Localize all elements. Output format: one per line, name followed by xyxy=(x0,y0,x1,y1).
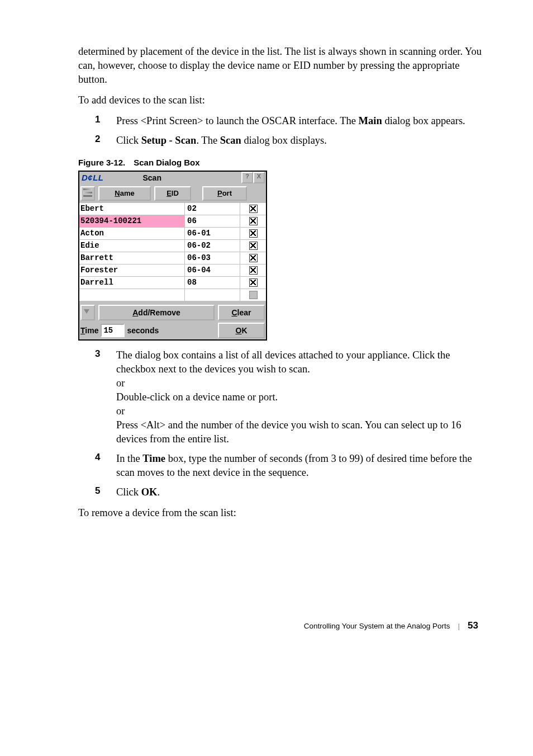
s3c: Double-click on a device name or port. xyxy=(116,390,483,404)
cell-port: 08 xyxy=(185,277,240,289)
cell-port: 06-01 xyxy=(185,228,240,239)
col-eid-t: ID xyxy=(172,189,179,197)
time-t: ime xyxy=(85,326,98,335)
footer-text: Controlling Your System at the Analog Po… xyxy=(304,622,450,630)
step2-a: Click xyxy=(116,135,141,146)
cell-check xyxy=(240,217,266,225)
step1-b: Main xyxy=(359,115,382,126)
table-row[interactable]: Edie06-02 xyxy=(79,240,266,252)
cell-check xyxy=(240,266,266,275)
s3a: The dialog box contains a list of all de… xyxy=(116,348,483,376)
cell-name: Acton xyxy=(79,228,185,239)
table-row[interactable]: Barrett06-03 xyxy=(79,252,266,264)
dialog-title: Scan xyxy=(143,173,161,182)
clear-t: lear xyxy=(237,308,251,317)
cell-port xyxy=(185,289,240,301)
cell-check xyxy=(240,254,266,262)
cell-port: 06-03 xyxy=(185,252,240,264)
table-row[interactable]: Acton06-01 xyxy=(79,228,266,240)
checkbox[interactable] xyxy=(249,266,258,275)
step-text-4: In the Time box, type the number of seco… xyxy=(116,452,483,480)
scroll-down-icon[interactable] xyxy=(80,305,95,320)
s4a: In the xyxy=(116,453,142,464)
dell-logo: D¢LL xyxy=(82,173,104,182)
step2-d: Scan xyxy=(220,135,241,146)
col-port-u: P xyxy=(217,189,222,197)
step-text-5: Click OK. xyxy=(116,485,160,499)
para-intro: determined by placement of the device in… xyxy=(78,45,483,87)
step2-c: . The xyxy=(196,135,220,146)
column-name-button[interactable]: Name xyxy=(98,186,151,201)
clear-button[interactable]: Clear xyxy=(218,305,265,320)
col-name-t: ame xyxy=(120,189,135,197)
step-num-4: 4 xyxy=(78,452,116,480)
cell-check xyxy=(240,205,266,213)
steps-add: 1 Press <Print Screen> to launch the OSC… xyxy=(78,114,483,148)
scan-dialog: D¢LL Scan ? X Name EID Port Ebert0252039… xyxy=(78,171,267,341)
ok-t: K xyxy=(241,326,247,335)
checkbox[interactable] xyxy=(249,254,258,262)
titlebar: D¢LL Scan ? X xyxy=(79,172,266,184)
table-row[interactable]: 520394-10022106 xyxy=(79,215,266,228)
step-num-3: 3 xyxy=(78,348,116,446)
cell-port: 06-02 xyxy=(185,240,240,252)
cell-check xyxy=(240,278,266,287)
col-eid-u: E xyxy=(166,189,172,197)
column-port-button[interactable]: Port xyxy=(202,186,247,201)
s3e: Press <Alt> and the number of the device… xyxy=(116,418,483,446)
addremove-t: dd/Remove xyxy=(138,308,180,317)
cell-name: Ebert xyxy=(79,203,185,215)
time-input[interactable]: 15 xyxy=(101,324,125,337)
col-port-t: ort xyxy=(222,189,232,197)
s3d: or xyxy=(116,404,483,418)
time-label: Time xyxy=(80,326,98,335)
cell-port: 06 xyxy=(185,215,240,227)
cell-name: Forester xyxy=(79,264,185,276)
step2-e: dialog box displays. xyxy=(241,135,327,146)
checkbox[interactable] xyxy=(249,278,258,287)
s3b: or xyxy=(116,376,483,390)
s5b: OK xyxy=(141,486,158,498)
figure-caption: Figure 3-12. Scan Dialog Box xyxy=(78,158,483,167)
add-remove-button[interactable]: Add/Remove xyxy=(98,305,215,320)
s4b: Time xyxy=(142,453,165,464)
checkbox[interactable] xyxy=(249,242,258,250)
step-text-2: Click Setup - Scan. The Scan dialog box … xyxy=(116,134,327,148)
table-row[interactable] xyxy=(79,289,266,301)
page-footer: Controlling Your System at the Analog Po… xyxy=(78,620,483,631)
help-icon[interactable]: ? xyxy=(241,172,253,183)
table-row[interactable]: Forester06-04 xyxy=(79,264,266,277)
s5c: . xyxy=(158,486,160,498)
table-row[interactable]: Ebert02 xyxy=(79,203,266,215)
close-icon[interactable]: X xyxy=(253,172,265,183)
device-list: Ebert02520394-10022106Acton06-01Edie06-0… xyxy=(79,203,266,301)
step1-a: Press <Print Screen> to launch the OSCAR… xyxy=(116,115,359,126)
cell-port: 06-04 xyxy=(185,264,240,276)
cell-name: Barrett xyxy=(79,252,185,264)
checkbox xyxy=(249,291,258,299)
s5a: Click xyxy=(116,486,141,498)
cell-check xyxy=(240,229,266,238)
step1-c: dialog box appears. xyxy=(382,115,465,126)
addremove-u: A xyxy=(132,308,138,317)
step-text-1: Press <Print Screen> to launch the OSCAR… xyxy=(116,114,465,128)
checkbox[interactable] xyxy=(249,217,258,225)
ok-u: O xyxy=(235,326,241,335)
step-num-1: 1 xyxy=(78,114,116,128)
para-add-intro: To add devices to the scan list: xyxy=(78,93,483,107)
steps-after: 3 The dialog box contains a list of all … xyxy=(78,348,483,499)
seconds-label: seconds xyxy=(127,326,216,335)
checkbox[interactable] xyxy=(249,205,258,213)
sort-toggle-button[interactable] xyxy=(80,186,95,201)
cell-port: 02 xyxy=(185,203,240,215)
step-num-2: 2 xyxy=(78,134,116,148)
checkbox[interactable] xyxy=(249,229,258,238)
ok-button[interactable]: OK xyxy=(218,323,265,338)
cell-check xyxy=(240,291,266,299)
table-row[interactable]: Darrell08 xyxy=(79,277,266,289)
column-eid-button[interactable]: EID xyxy=(154,186,191,201)
cell-check xyxy=(240,242,266,250)
para-remove-intro: To remove a device from the scan list: xyxy=(78,506,483,520)
cell-name: Darrell xyxy=(79,277,185,289)
step-text-3: The dialog box contains a list of all de… xyxy=(116,348,483,446)
